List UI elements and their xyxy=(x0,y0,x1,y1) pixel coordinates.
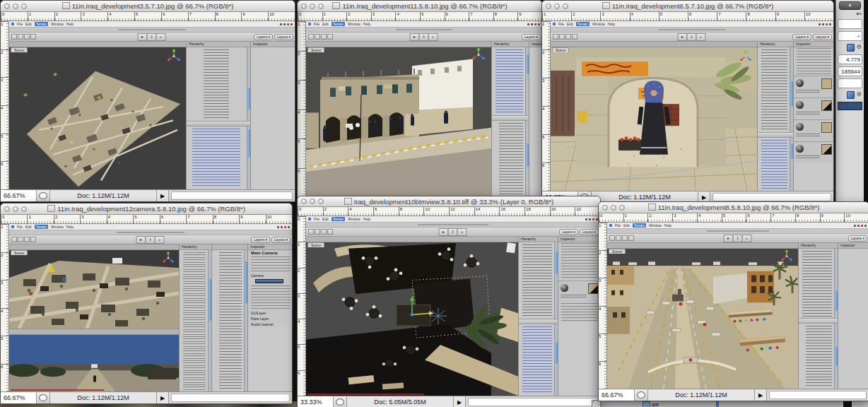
vertical-ruler[interactable]: 0123456 xyxy=(298,216,306,396)
document-icon xyxy=(47,205,55,212)
file-icon xyxy=(643,401,650,407)
zoom-level-field[interactable]: 66.67% xyxy=(599,389,635,401)
layers-dropdown: Layers ▾ xyxy=(848,235,867,242)
ps-window-dev6[interactable]: 11in.Iraq_development6.5.7.10.jpg @ 66.7… xyxy=(541,0,834,204)
status-icon-button[interactable] xyxy=(635,389,648,401)
zoom-button[interactable] xyxy=(21,4,27,9)
close-button[interactable] xyxy=(301,199,307,204)
ps-window-btmview[interactable]: Iraq_development10btmview.5.8.10.tiff @ … xyxy=(297,196,601,407)
title-bar[interactable]: 11in.Iraq_development12camera.5.8.10.jpg… xyxy=(1,204,292,215)
status-popup-arrow[interactable]: ▶ xyxy=(755,389,767,401)
panel-dropdown-button[interactable]: ▾ xyxy=(839,1,861,10)
horizontal-ruler[interactable]: 012345678910 xyxy=(599,213,868,223)
svg-text:✳: ✳ xyxy=(97,95,102,102)
ps-window-dev8[interactable]: 11in.Iraq_development8.5.8.10.jpg @ 66.7… xyxy=(598,201,868,401)
play-button: ► xyxy=(724,235,734,242)
doc-size-readout[interactable]: Doc: 1.12M/1.12M xyxy=(50,392,157,403)
status-icon-button[interactable] xyxy=(334,396,347,407)
close-button[interactable] xyxy=(602,205,608,211)
ps-window-dev3[interactable]: 11in.Iraq_development3.5.7.10.jpg @ 66.7… xyxy=(0,0,295,202)
minimize-button[interactable] xyxy=(13,206,18,212)
panel-menu-icon[interactable]: ▾≡ xyxy=(836,11,862,17)
title-bar[interactable]: 11in.Iraq_development3.5.7.10.jpg @ 66.7… xyxy=(1,1,295,12)
scene-street-colonnade xyxy=(306,47,491,197)
horizontal-ruler[interactable]: 0123456789 xyxy=(298,12,542,21)
panel-value-bottom[interactable]: 185644 xyxy=(838,66,862,76)
unity-screenshot: FileEditTerrainWindowHelp ►‖» Layers ▾La… xyxy=(9,21,295,189)
vertical-ruler[interactable]: 123456 xyxy=(599,223,607,389)
unity-window-title xyxy=(9,230,292,235)
ps-window-dev12camera[interactable]: 11in.Iraq_development12camera.5.8.10.jpg… xyxy=(0,203,293,404)
status-groove xyxy=(468,398,598,406)
title-bar[interactable]: 11in.Iraq_development8.5.8.10.jpg @ 66.7… xyxy=(599,202,868,213)
traffic-lights[interactable] xyxy=(4,4,27,9)
status-popup-arrow[interactable]: ▶ xyxy=(454,396,466,407)
panel-value-top[interactable]: 4.779 xyxy=(838,54,862,64)
zoom-level-field[interactable]: 66.67% xyxy=(1,190,37,201)
traffic-lights[interactable] xyxy=(4,206,27,212)
layout-dropdown: Layout ▾ xyxy=(813,34,832,40)
status-popup-arrow[interactable]: ▶ xyxy=(157,190,169,201)
minimize-button[interactable] xyxy=(611,205,616,211)
document-canvas[interactable]: FileEditTerrainWindowHelp ►‖» Layers ▾La… xyxy=(306,216,600,396)
document-canvas[interactable]: FileEditTerrainWindowHelp ►‖» Layers ▾La… xyxy=(551,21,833,191)
unity-window-title xyxy=(9,28,295,33)
close-button[interactable] xyxy=(301,4,307,9)
minimize-button[interactable] xyxy=(310,199,315,204)
traffic-lights[interactable] xyxy=(301,199,324,204)
traffic-lights[interactable] xyxy=(602,205,625,211)
title-bar[interactable]: 11in.Iraq_development6.5.7.10.jpg @ 66.7… xyxy=(542,1,833,12)
minimize-button[interactable] xyxy=(554,4,560,9)
vertical-ruler[interactable]: 123456 xyxy=(542,21,551,191)
panel-cube-icon2[interactable] xyxy=(847,91,855,99)
status-popup-arrow[interactable]: ▶ xyxy=(157,392,169,403)
document-canvas[interactable]: FileEditTerrainWindowHelp ►‖» Layers ▾ S… xyxy=(607,223,868,389)
color-swatch[interactable] xyxy=(838,102,862,110)
panel-field-empty[interactable] xyxy=(838,19,862,29)
zoom-level-field[interactable]: 66.67% xyxy=(1,392,37,403)
horizontal-ruler[interactable]: 0246810121416182022 xyxy=(298,207,600,216)
zoom-button[interactable] xyxy=(619,205,625,211)
zoom-button[interactable] xyxy=(318,4,324,9)
svg-text:✳: ✳ xyxy=(23,92,28,98)
status-icon-button[interactable] xyxy=(37,190,50,201)
material-preview xyxy=(794,141,833,163)
close-button[interactable] xyxy=(546,4,551,9)
panel-stepper-field[interactable]: ÷ xyxy=(838,31,862,41)
traffic-lights[interactable] xyxy=(301,4,324,9)
camera-background-color-swatch[interactable] xyxy=(255,279,283,283)
inspector-panel: Inspector xyxy=(250,42,295,189)
status-icon-button[interactable] xyxy=(37,392,50,403)
document-canvas[interactable]: FileEditTerrainWindowHelp ►‖» Layers ▾La… xyxy=(9,224,292,391)
gear-icon[interactable]: ⚙ xyxy=(857,44,862,52)
doc-size-readout[interactable]: Doc: 1.12M/1.12M xyxy=(50,190,157,201)
document-canvas[interactable]: FileEditTerrainWindowHelp ►‖» Layers ▾ S… xyxy=(306,21,542,197)
minimize-button[interactable] xyxy=(310,4,315,9)
document-canvas[interactable]: FileEditTerrainWindowHelp ►‖» Layers ▾La… xyxy=(9,21,295,189)
minimize-button[interactable] xyxy=(13,4,18,9)
gear-icon2[interactable]: ⚙ xyxy=(857,91,862,99)
vertical-ruler[interactable]: 123456 xyxy=(298,21,306,197)
zoom-button[interactable] xyxy=(21,206,27,212)
zoom-button[interactable] xyxy=(563,4,568,9)
play-controls: ►‖» xyxy=(679,33,706,41)
vertical-ruler[interactable]: 123456 xyxy=(1,224,9,391)
ps-window-dev11[interactable]: 11in.Iraq_development11.5.8.10.jpg @ 66.… xyxy=(297,0,543,198)
title-bar[interactable]: 11in.Iraq_development11.5.8.10.jpg @ 66.… xyxy=(298,1,542,12)
doc-size-readout[interactable]: Doc: 5.05M/5.05M xyxy=(347,396,454,407)
close-button[interactable] xyxy=(4,4,10,9)
horizontal-ruler[interactable]: 12345678910 xyxy=(542,12,833,21)
zoom-button[interactable] xyxy=(318,199,324,204)
doc-size-readout[interactable]: Doc: 1.12M/1.12M xyxy=(648,389,755,401)
window-title: 11in.Iraq_development11.5.8.10.jpg @ 66.… xyxy=(298,2,542,10)
horizontal-ruler[interactable]: 012345678910 xyxy=(1,12,295,21)
horizontal-ruler[interactable]: 012345678910 xyxy=(1,215,292,224)
zoom-level-field[interactable]: 33.33% xyxy=(298,396,334,407)
vertical-ruler[interactable]: 123456 xyxy=(1,21,9,189)
title-bar[interactable]: Iraq_development10btmview.5.8.10.tiff @ … xyxy=(298,196,600,207)
traffic-lights[interactable] xyxy=(546,4,568,9)
close-button[interactable] xyxy=(4,206,10,212)
scrollbar-fragment[interactable] xyxy=(716,401,719,407)
panel-cube-icon[interactable] xyxy=(847,44,855,52)
panel-field-blank[interactable] xyxy=(838,78,862,88)
